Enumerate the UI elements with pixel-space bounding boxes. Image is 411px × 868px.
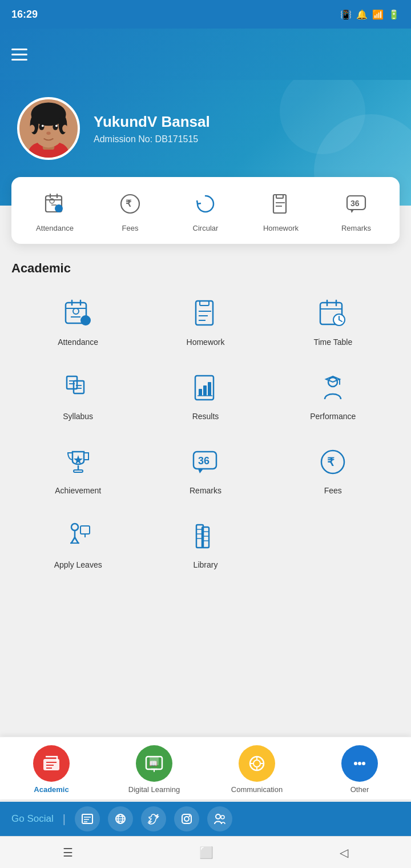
hamburger-menu[interactable] (11, 49, 27, 61)
grid-item-timetable[interactable]: Time Table (272, 290, 394, 352)
svg-text:₹: ₹ (126, 199, 132, 208)
svg-rect-37 (196, 301, 213, 325)
grid-homework-label: Homework (187, 337, 225, 347)
nav-communication-label: Communication (231, 785, 283, 794)
social-blog-icon[interactable] (75, 806, 100, 831)
svg-rect-58 (208, 382, 211, 396)
quick-action-remarks-label: Remarks (341, 224, 371, 232)
fees-quick-icon: ₹ (115, 188, 146, 219)
social-web-icon[interactable] (108, 806, 133, 831)
go-social-label: Go Social (11, 813, 54, 825)
grid-fees-label: Fees (324, 486, 342, 495)
android-menu-btn[interactable]: ☰ (51, 841, 84, 864)
nav-item-digital[interactable]: 📖 Digital Learning (114, 745, 194, 794)
quick-action-circular[interactable]: Circular (183, 188, 228, 232)
svg-point-34 (80, 315, 91, 326)
grid-item-performance[interactable]: Performance (272, 364, 394, 427)
svg-point-71 (71, 524, 78, 531)
grid-item-results[interactable]: Results (144, 364, 266, 427)
vibrate-icon: 📳 (340, 9, 352, 20)
svg-point-96 (253, 760, 260, 767)
academic-section: Academic Attendance (0, 244, 411, 581)
nav-item-other[interactable]: Other (320, 745, 400, 794)
svg-text:₹: ₹ (327, 456, 335, 468)
social-instagram-icon[interactable] (174, 806, 199, 831)
grid-homework-icon (187, 295, 224, 332)
grid-attendance-label: Attendance (58, 337, 98, 347)
grid-remarks-icon: 36 (187, 444, 224, 480)
svg-marker-29 (350, 210, 354, 213)
profile-info: YukundV Bansal Admission No: DB171515 (94, 113, 210, 144)
svg-text:36: 36 (198, 455, 209, 467)
status-icons: 📳 🔔 📶 🔋 (340, 9, 400, 20)
svg-line-73 (71, 537, 75, 543)
svg-point-35 (73, 308, 79, 314)
grid-results-label: Results (192, 412, 219, 421)
svg-line-74 (75, 537, 78, 543)
grid-remarks-label: Remarks (190, 486, 221, 495)
svg-point-114 (184, 817, 189, 821)
grid-syllabus-icon (60, 369, 96, 406)
quick-action-homework[interactable]: Homework (258, 188, 304, 232)
nav-digital-label: Digital Learning (128, 785, 180, 794)
status-bar: 16:29 📳 🔔 📶 🔋 (0, 0, 411, 29)
grid-item-homework[interactable]: Homework (144, 290, 266, 352)
nav-item-communication[interactable]: Communication (217, 745, 297, 794)
grid-item-remarks[interactable]: 36 Remarks (144, 438, 266, 501)
svg-marker-68 (198, 469, 203, 473)
academic-grid: Attendance Homework (11, 290, 400, 575)
grid-item-syllabus[interactable]: Syllabus (17, 364, 139, 427)
svg-point-18 (55, 204, 63, 212)
remarks-quick-icon: 36 (341, 188, 372, 219)
social-twitter-icon[interactable] (141, 806, 166, 831)
quick-action-attendance[interactable]: Attendance (32, 188, 78, 232)
grid-library-label: Library (194, 560, 218, 569)
grid-item-achievement[interactable]: Achievement (17, 438, 139, 501)
svg-rect-56 (199, 389, 202, 396)
svg-rect-57 (203, 385, 207, 396)
grid-item-library[interactable]: Library (144, 512, 266, 575)
svg-point-11 (46, 132, 50, 135)
svg-point-116 (216, 814, 220, 819)
android-home-btn[interactable]: ⬜ (188, 841, 225, 864)
avatar (17, 97, 80, 160)
homework-quick-icon (265, 188, 296, 219)
attendance-quick-icon (39, 188, 70, 219)
grid-item-attendance[interactable]: Attendance (17, 290, 139, 352)
svg-point-8 (53, 124, 58, 130)
svg-rect-64 (74, 470, 83, 472)
svg-point-101 (354, 762, 357, 765)
status-time: 16:29 (11, 9, 38, 21)
quick-action-circular-label: Circular (193, 224, 219, 232)
svg-point-102 (358, 762, 361, 765)
svg-point-13 (62, 125, 67, 132)
svg-point-10 (55, 125, 58, 127)
nav-academic-icon (33, 745, 70, 782)
profile-admission: Admission No: DB171515 (94, 134, 210, 144)
android-back-btn[interactable]: ◁ (328, 841, 360, 864)
quick-action-remarks[interactable]: 36 Remarks (333, 188, 379, 232)
grid-item-applyleaves[interactable]: Apply Leaves (17, 512, 139, 575)
grid-library-icon (187, 518, 224, 554)
svg-point-9 (42, 125, 44, 127)
svg-text:36: 36 (350, 199, 360, 208)
grid-performance-icon (315, 369, 351, 406)
circular-quick-icon (190, 188, 221, 219)
quick-action-fees-label: Fees (122, 224, 139, 232)
svg-rect-49 (67, 376, 77, 389)
go-social-bar: Go Social | (0, 802, 411, 836)
nav-item-academic[interactable]: Academic (11, 745, 91, 794)
grid-achievement-label: Achievement (55, 486, 101, 495)
svg-marker-65 (74, 455, 83, 464)
notification-icon: 🔔 (356, 9, 368, 20)
quick-action-homework-label: Homework (263, 224, 299, 232)
grid-applyleaves-icon (60, 518, 96, 554)
grid-item-fees[interactable]: ₹ Fees (272, 438, 394, 501)
grid-results-icon (187, 369, 224, 406)
svg-point-7 (39, 124, 44, 130)
nav-academic-label: Academic (34, 785, 68, 794)
quick-action-fees[interactable]: ₹ Fees (107, 188, 153, 232)
app-header (0, 29, 411, 80)
social-people-icon[interactable] (207, 806, 232, 831)
grid-performance-label: Performance (310, 412, 356, 421)
